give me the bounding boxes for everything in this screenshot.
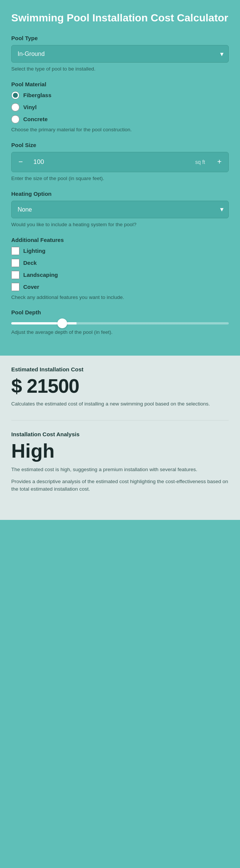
radio-fiberglass[interactable]: Fiberglass <box>11 91 229 99</box>
checkbox-cover[interactable]: Cover <box>11 283 229 291</box>
pool-type-hint: Select the type of pool to be installed. <box>11 66 229 73</box>
pool-size-label: Pool Size <box>11 142 229 148</box>
pool-size-group: Pool Size − sq ft + Enter the size of th… <box>11 142 229 182</box>
pool-type-select[interactable]: In-Ground Above-Ground Semi-In-Ground <box>11 45 229 63</box>
heating-option-label: Heating Option <box>11 191 229 197</box>
pool-size-stepper: − sq ft + <box>11 152 229 172</box>
checkbox-cover-label: Cover <box>23 284 39 290</box>
checkbox-landscaping-label: Landscaping <box>23 272 58 278</box>
cost-analysis-desc2: Provides a descriptive analysis of the e… <box>11 478 229 493</box>
top-section: Swimming Pool Installation Cost Calculat… <box>0 0 240 356</box>
pool-size-plus-button[interactable]: + <box>210 152 228 172</box>
checkbox-landscaping-input[interactable] <box>11 271 20 279</box>
additional-features-group: Additional Features Lighting Deck Landsc… <box>11 237 229 301</box>
pool-size-hint: Enter the size of the pool (in square fe… <box>11 175 229 182</box>
checkbox-deck-label: Deck <box>23 260 37 266</box>
heating-option-group: Heating Option None Solar Gas Electric ▾… <box>11 191 229 228</box>
pool-type-label: Pool Type <box>11 35 229 41</box>
pool-size-input[interactable] <box>30 152 195 172</box>
heating-option-select-wrapper: None Solar Gas Electric ▾ <box>11 201 229 218</box>
radio-concrete-label: Concrete <box>23 116 48 122</box>
cost-analysis-desc1: The estimated cost is high, suggesting a… <box>11 466 229 473</box>
radio-concrete-input[interactable] <box>11 115 20 123</box>
radio-vinyl-label: Vinyl <box>23 104 37 110</box>
additional-features-checkbox-group: Lighting Deck Landscaping Cover <box>11 247 229 291</box>
radio-concrete[interactable]: Concrete <box>11 115 229 123</box>
radio-vinyl-input[interactable] <box>11 103 20 111</box>
pool-depth-hint: Adjust the average depth of the pool (in… <box>11 329 229 336</box>
estimated-cost-description: Calculates the estimated cost of install… <box>11 400 229 408</box>
checkbox-lighting[interactable]: Lighting <box>11 247 229 255</box>
estimated-cost-label: Estimated Installation Cost <box>11 366 229 372</box>
pool-depth-slider[interactable] <box>11 322 229 324</box>
radio-vinyl[interactable]: Vinyl <box>11 103 229 111</box>
results-section: Estimated Installation Cost $ 21500 Calc… <box>0 356 240 520</box>
pool-size-minus-button[interactable]: − <box>12 152 30 172</box>
checkbox-deck-input[interactable] <box>11 259 20 267</box>
checkbox-landscaping[interactable]: Landscaping <box>11 271 229 279</box>
estimated-cost-block: Estimated Installation Cost $ 21500 Calc… <box>11 366 229 408</box>
checkbox-cover-input[interactable] <box>11 283 20 291</box>
pool-size-unit: sq ft <box>195 159 210 165</box>
results-divider <box>11 420 229 420</box>
pool-material-radio-group: Fiberglass Vinyl Concrete <box>11 91 229 123</box>
pool-type-group: Pool Type In-Ground Above-Ground Semi-In… <box>11 35 229 73</box>
pool-depth-label: Pool Depth <box>11 309 229 315</box>
pool-material-group: Pool Material Fiberglass Vinyl Concrete … <box>11 81 229 134</box>
checkbox-lighting-input[interactable] <box>11 247 20 255</box>
heating-option-hint: Would you like to include a heating syst… <box>11 221 229 228</box>
heating-option-select[interactable]: None Solar Gas Electric <box>11 201 229 218</box>
pool-depth-group: Pool Depth Adjust the average depth of t… <box>11 309 229 336</box>
radio-fiberglass-input[interactable] <box>11 91 20 99</box>
additional-features-hint: Check any additional features you want t… <box>11 294 229 301</box>
additional-features-label: Additional Features <box>11 237 229 243</box>
page-title: Swimming Pool Installation Cost Calculat… <box>11 11 229 24</box>
estimated-cost-value: $ 21500 <box>11 375 229 397</box>
pool-depth-slider-wrapper <box>11 319 229 326</box>
radio-fiberglass-label: Fiberglass <box>23 92 51 98</box>
checkbox-lighting-label: Lighting <box>23 248 45 254</box>
pool-type-select-wrapper: In-Ground Above-Ground Semi-In-Ground ▾ <box>11 45 229 63</box>
pool-material-label: Pool Material <box>11 81 229 87</box>
checkbox-deck[interactable]: Deck <box>11 259 229 267</box>
cost-analysis-label: Installation Cost Analysis <box>11 431 229 437</box>
pool-material-hint: Choose the primary material for the pool… <box>11 126 229 134</box>
cost-analysis-value: High <box>11 440 229 462</box>
cost-analysis-block: Installation Cost Analysis High The esti… <box>11 431 229 493</box>
